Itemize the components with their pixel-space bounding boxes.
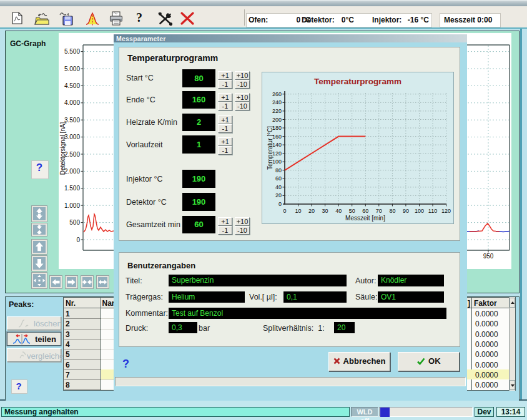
svg-text:4.500: 4.500	[64, 82, 80, 89]
svg-text:40: 40	[335, 208, 342, 214]
svg-text:100: 100	[415, 208, 424, 214]
svg-text:5.000: 5.000	[64, 66, 80, 72]
svg-text:60: 60	[362, 208, 368, 214]
svg-text:40: 40	[275, 184, 282, 190]
svg-text:950: 950	[483, 253, 494, 260]
svg-text:120: 120	[441, 208, 451, 214]
svg-text:80: 80	[275, 167, 282, 173]
svg-text:70: 70	[376, 208, 382, 214]
svg-text:90: 90	[403, 208, 409, 214]
svg-text:160: 160	[272, 134, 282, 140]
svg-text:200: 200	[272, 117, 282, 123]
svg-text:80: 80	[389, 208, 395, 214]
svg-text:1.500: 1.500	[64, 185, 80, 192]
svg-text:140: 140	[272, 142, 282, 148]
svg-text:20: 20	[308, 208, 315, 214]
svg-text:60: 60	[275, 175, 282, 182]
svg-text:30: 30	[322, 208, 328, 214]
svg-text:260: 260	[272, 91, 282, 97]
svg-text:120: 120	[272, 150, 282, 157]
svg-text:50: 50	[349, 208, 355, 214]
svg-text:2.500: 2.500	[64, 151, 80, 158]
svg-text:20: 20	[275, 192, 282, 198]
svg-text:0: 0	[76, 237, 80, 243]
svg-text:240: 240	[272, 99, 282, 105]
svg-text:10: 10	[295, 208, 301, 214]
svg-text:3.000: 3.000	[64, 134, 80, 140]
svg-text:500: 500	[69, 219, 80, 226]
svg-text:1.000: 1.000	[64, 202, 80, 209]
svg-text:4.000: 4.000	[64, 99, 80, 106]
svg-text:110: 110	[428, 208, 437, 214]
svg-text:Detektorsignal [nA]: Detektorsignal [nA]	[59, 122, 66, 175]
svg-text:Messzeit [min]: Messzeit [min]	[345, 215, 385, 222]
svg-text:0: 0	[283, 208, 286, 214]
svg-text:0: 0	[278, 201, 282, 207]
svg-text:Temperaturprogramm: Temperaturprogramm	[314, 77, 401, 86]
svg-text:180: 180	[272, 125, 282, 131]
svg-text:Temperatur [°C]: Temperatur [°C]	[267, 126, 273, 170]
svg-text:100: 100	[272, 159, 282, 165]
svg-text:2.000: 2.000	[64, 168, 80, 175]
svg-text:5.500: 5.500	[64, 48, 80, 55]
svg-text:3.500: 3.500	[64, 117, 80, 124]
svg-text:220: 220	[272, 108, 282, 114]
